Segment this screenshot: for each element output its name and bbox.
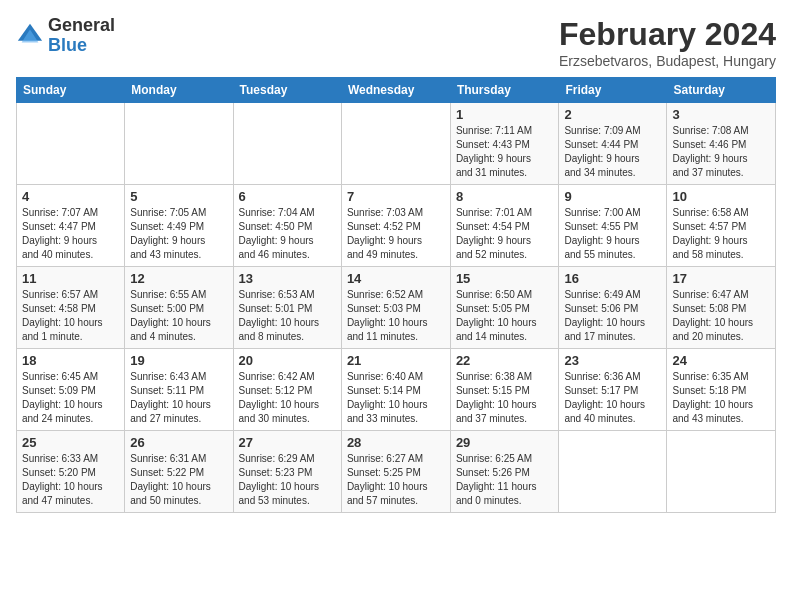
day-detail: Sunrise: 6:25 AM Sunset: 5:26 PM Dayligh… xyxy=(456,452,554,508)
day-number: 25 xyxy=(22,435,119,450)
day-detail: Sunrise: 6:38 AM Sunset: 5:15 PM Dayligh… xyxy=(456,370,554,426)
day-number: 27 xyxy=(239,435,336,450)
day-detail: Sunrise: 6:45 AM Sunset: 5:09 PM Dayligh… xyxy=(22,370,119,426)
week-row-5: 25Sunrise: 6:33 AM Sunset: 5:20 PM Dayli… xyxy=(17,431,776,513)
day-number: 23 xyxy=(564,353,661,368)
day-number: 1 xyxy=(456,107,554,122)
day-detail: Sunrise: 7:07 AM Sunset: 4:47 PM Dayligh… xyxy=(22,206,119,262)
week-row-2: 4Sunrise: 7:07 AM Sunset: 4:47 PM Daylig… xyxy=(17,185,776,267)
day-detail: Sunrise: 6:36 AM Sunset: 5:17 PM Dayligh… xyxy=(564,370,661,426)
day-cell: 4Sunrise: 7:07 AM Sunset: 4:47 PM Daylig… xyxy=(17,185,125,267)
day-cell: 13Sunrise: 6:53 AM Sunset: 5:01 PM Dayli… xyxy=(233,267,341,349)
day-cell: 26Sunrise: 6:31 AM Sunset: 5:22 PM Dayli… xyxy=(125,431,233,513)
day-number: 12 xyxy=(130,271,227,286)
day-detail: Sunrise: 6:31 AM Sunset: 5:22 PM Dayligh… xyxy=(130,452,227,508)
day-number: 13 xyxy=(239,271,336,286)
day-detail: Sunrise: 6:58 AM Sunset: 4:57 PM Dayligh… xyxy=(672,206,770,262)
day-detail: Sunrise: 6:42 AM Sunset: 5:12 PM Dayligh… xyxy=(239,370,336,426)
day-cell: 6Sunrise: 7:04 AM Sunset: 4:50 PM Daylig… xyxy=(233,185,341,267)
day-cell: 3Sunrise: 7:08 AM Sunset: 4:46 PM Daylig… xyxy=(667,103,776,185)
day-cell xyxy=(667,431,776,513)
day-cell: 20Sunrise: 6:42 AM Sunset: 5:12 PM Dayli… xyxy=(233,349,341,431)
day-cell xyxy=(233,103,341,185)
day-cell: 25Sunrise: 6:33 AM Sunset: 5:20 PM Dayli… xyxy=(17,431,125,513)
day-number: 10 xyxy=(672,189,770,204)
day-detail: Sunrise: 6:27 AM Sunset: 5:25 PM Dayligh… xyxy=(347,452,445,508)
day-number: 18 xyxy=(22,353,119,368)
column-header-saturday: Saturday xyxy=(667,78,776,103)
column-header-wednesday: Wednesday xyxy=(341,78,450,103)
column-header-thursday: Thursday xyxy=(450,78,559,103)
day-cell: 15Sunrise: 6:50 AM Sunset: 5:05 PM Dayli… xyxy=(450,267,559,349)
column-header-tuesday: Tuesday xyxy=(233,78,341,103)
day-detail: Sunrise: 6:33 AM Sunset: 5:20 PM Dayligh… xyxy=(22,452,119,508)
day-cell: 2Sunrise: 7:09 AM Sunset: 4:44 PM Daylig… xyxy=(559,103,667,185)
column-header-monday: Monday xyxy=(125,78,233,103)
day-number: 29 xyxy=(456,435,554,450)
day-number: 20 xyxy=(239,353,336,368)
day-detail: Sunrise: 6:49 AM Sunset: 5:06 PM Dayligh… xyxy=(564,288,661,344)
day-detail: Sunrise: 7:11 AM Sunset: 4:43 PM Dayligh… xyxy=(456,124,554,180)
day-number: 17 xyxy=(672,271,770,286)
calendar-title: February 2024 xyxy=(559,16,776,53)
day-detail: Sunrise: 7:01 AM Sunset: 4:54 PM Dayligh… xyxy=(456,206,554,262)
logo: General Blue xyxy=(16,16,115,56)
day-number: 7 xyxy=(347,189,445,204)
day-cell xyxy=(559,431,667,513)
day-cell: 1Sunrise: 7:11 AM Sunset: 4:43 PM Daylig… xyxy=(450,103,559,185)
day-detail: Sunrise: 6:55 AM Sunset: 5:00 PM Dayligh… xyxy=(130,288,227,344)
header-row: SundayMondayTuesdayWednesdayThursdayFrid… xyxy=(17,78,776,103)
day-number: 3 xyxy=(672,107,770,122)
calendar-subtitle: Erzsebetvaros, Budapest, Hungary xyxy=(559,53,776,69)
day-cell: 18Sunrise: 6:45 AM Sunset: 5:09 PM Dayli… xyxy=(17,349,125,431)
day-detail: Sunrise: 6:43 AM Sunset: 5:11 PM Dayligh… xyxy=(130,370,227,426)
day-detail: Sunrise: 7:00 AM Sunset: 4:55 PM Dayligh… xyxy=(564,206,661,262)
day-cell: 29Sunrise: 6:25 AM Sunset: 5:26 PM Dayli… xyxy=(450,431,559,513)
day-detail: Sunrise: 6:29 AM Sunset: 5:23 PM Dayligh… xyxy=(239,452,336,508)
day-cell: 22Sunrise: 6:38 AM Sunset: 5:15 PM Dayli… xyxy=(450,349,559,431)
day-cell xyxy=(17,103,125,185)
page-header: General Blue February 2024 Erzsebetvaros… xyxy=(16,16,776,69)
day-number: 19 xyxy=(130,353,227,368)
day-detail: Sunrise: 6:35 AM Sunset: 5:18 PM Dayligh… xyxy=(672,370,770,426)
day-number: 14 xyxy=(347,271,445,286)
calendar-table: SundayMondayTuesdayWednesdayThursdayFrid… xyxy=(16,77,776,513)
day-number: 15 xyxy=(456,271,554,286)
day-number: 8 xyxy=(456,189,554,204)
day-detail: Sunrise: 6:57 AM Sunset: 4:58 PM Dayligh… xyxy=(22,288,119,344)
title-section: February 2024 Erzsebetvaros, Budapest, H… xyxy=(559,16,776,69)
day-cell: 16Sunrise: 6:49 AM Sunset: 5:06 PM Dayli… xyxy=(559,267,667,349)
day-cell: 7Sunrise: 7:03 AM Sunset: 4:52 PM Daylig… xyxy=(341,185,450,267)
day-cell: 28Sunrise: 6:27 AM Sunset: 5:25 PM Dayli… xyxy=(341,431,450,513)
day-detail: Sunrise: 7:09 AM Sunset: 4:44 PM Dayligh… xyxy=(564,124,661,180)
day-detail: Sunrise: 6:52 AM Sunset: 5:03 PM Dayligh… xyxy=(347,288,445,344)
day-number: 6 xyxy=(239,189,336,204)
day-cell: 5Sunrise: 7:05 AM Sunset: 4:49 PM Daylig… xyxy=(125,185,233,267)
day-cell: 11Sunrise: 6:57 AM Sunset: 4:58 PM Dayli… xyxy=(17,267,125,349)
day-detail: Sunrise: 6:47 AM Sunset: 5:08 PM Dayligh… xyxy=(672,288,770,344)
day-cell: 12Sunrise: 6:55 AM Sunset: 5:00 PM Dayli… xyxy=(125,267,233,349)
day-number: 26 xyxy=(130,435,227,450)
day-cell: 14Sunrise: 6:52 AM Sunset: 5:03 PM Dayli… xyxy=(341,267,450,349)
day-number: 11 xyxy=(22,271,119,286)
day-cell: 17Sunrise: 6:47 AM Sunset: 5:08 PM Dayli… xyxy=(667,267,776,349)
day-number: 24 xyxy=(672,353,770,368)
day-number: 16 xyxy=(564,271,661,286)
column-header-sunday: Sunday xyxy=(17,78,125,103)
day-number: 28 xyxy=(347,435,445,450)
day-detail: Sunrise: 6:50 AM Sunset: 5:05 PM Dayligh… xyxy=(456,288,554,344)
day-number: 4 xyxy=(22,189,119,204)
day-number: 9 xyxy=(564,189,661,204)
day-detail: Sunrise: 7:04 AM Sunset: 4:50 PM Dayligh… xyxy=(239,206,336,262)
day-detail: Sunrise: 7:08 AM Sunset: 4:46 PM Dayligh… xyxy=(672,124,770,180)
day-detail: Sunrise: 6:40 AM Sunset: 5:14 PM Dayligh… xyxy=(347,370,445,426)
day-cell xyxy=(341,103,450,185)
column-header-friday: Friday xyxy=(559,78,667,103)
day-cell: 23Sunrise: 6:36 AM Sunset: 5:17 PM Dayli… xyxy=(559,349,667,431)
week-row-4: 18Sunrise: 6:45 AM Sunset: 5:09 PM Dayli… xyxy=(17,349,776,431)
week-row-3: 11Sunrise: 6:57 AM Sunset: 4:58 PM Dayli… xyxy=(17,267,776,349)
week-row-1: 1Sunrise: 7:11 AM Sunset: 4:43 PM Daylig… xyxy=(17,103,776,185)
day-detail: Sunrise: 7:03 AM Sunset: 4:52 PM Dayligh… xyxy=(347,206,445,262)
day-number: 21 xyxy=(347,353,445,368)
day-detail: Sunrise: 6:53 AM Sunset: 5:01 PM Dayligh… xyxy=(239,288,336,344)
